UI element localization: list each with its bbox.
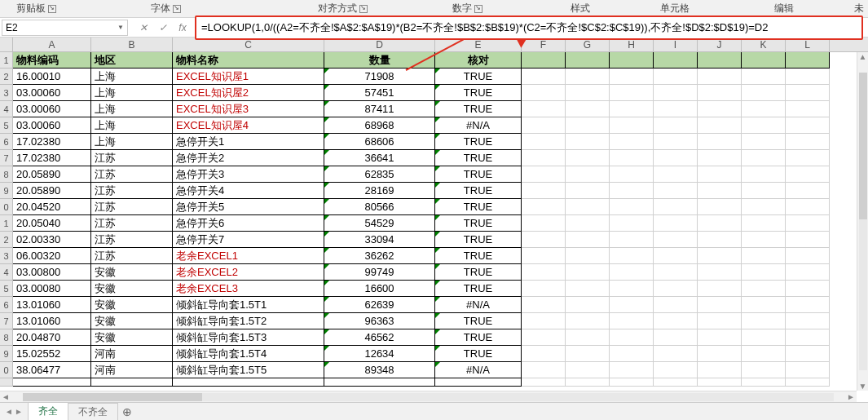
dialog-launcher-icon[interactable] — [359, 5, 368, 13]
data-cell[interactable]: 12634 — [324, 346, 435, 362]
col-header-B[interactable]: B — [91, 38, 173, 51]
data-cell[interactable]: TRUE — [435, 329, 522, 346]
empty-cell[interactable] — [566, 248, 610, 264]
empty-cell[interactable] — [566, 264, 610, 281]
data-cell[interactable]: 安徽 — [91, 313, 173, 329]
data-cell[interactable]: 上海 — [91, 69, 173, 85]
empty-cell[interactable] — [786, 101, 830, 117]
scroll-down-icon[interactable]: ▼ — [857, 382, 869, 391]
empty-cell[interactable] — [654, 362, 698, 378]
data-cell[interactable]: 36641 — [324, 150, 435, 166]
empty-cell[interactable] — [566, 183, 610, 199]
data-cell[interactable]: 33094 — [324, 232, 435, 248]
empty-cell[interactable] — [522, 313, 566, 329]
dialog-launcher-icon[interactable] — [474, 5, 482, 13]
data-cell[interactable]: EXCEL知识屋1 — [173, 69, 324, 85]
data-cell[interactable]: 安徽 — [91, 281, 173, 297]
hscroll-thumb[interactable] — [23, 393, 202, 401]
header-cell[interactable]: 核对 — [435, 52, 522, 69]
vertical-scrollbar[interactable]: ▲ ▼ — [857, 52, 868, 391]
data-cell[interactable] — [610, 378, 654, 387]
data-cell[interactable]: 上海 — [91, 101, 173, 117]
col-header-F[interactable]: F — [522, 38, 566, 51]
empty-cell[interactable] — [610, 117, 654, 134]
data-cell[interactable]: 安徽 — [91, 297, 173, 313]
data-cell[interactable]: 03.00800 — [13, 264, 91, 281]
empty-cell[interactable] — [698, 69, 742, 85]
data-cell[interactable] — [786, 378, 830, 387]
col-header-A[interactable]: A — [13, 38, 91, 51]
ribbon-group-styles[interactable]: 样式 — [571, 2, 590, 15]
cancel-formula-icon[interactable]: ✕ — [136, 22, 151, 33]
empty-cell[interactable] — [698, 166, 742, 183]
data-cell[interactable]: 16600 — [324, 281, 435, 297]
empty-cell[interactable] — [786, 199, 830, 215]
row-number[interactable]: 0 — [0, 199, 13, 215]
data-cell[interactable]: 江苏 — [91, 215, 173, 232]
data-cell[interactable]: 河南 — [91, 346, 173, 362]
empty-cell[interactable] — [610, 101, 654, 117]
col-header-C[interactable]: C — [173, 38, 324, 51]
confirm-formula-icon[interactable]: ✓ — [156, 22, 170, 33]
empty-cell[interactable] — [566, 346, 610, 362]
empty-cell[interactable] — [522, 346, 566, 362]
empty-cell[interactable] — [610, 297, 654, 313]
empty-cell[interactable] — [654, 150, 698, 166]
data-cell[interactable]: 20.05890 — [13, 166, 91, 183]
empty-cell[interactable] — [566, 329, 610, 346]
data-cell[interactable]: 57451 — [324, 85, 435, 101]
data-cell[interactable]: 13.01060 — [13, 297, 91, 313]
data-cell[interactable]: 16.00010 — [13, 69, 91, 85]
col-header-I[interactable]: I — [654, 38, 698, 51]
empty-cell[interactable] — [522, 329, 566, 346]
empty-cell[interactable] — [566, 281, 610, 297]
ribbon-group-clipboard[interactable]: 剪贴板 — [16, 2, 56, 15]
empty-cell[interactable] — [654, 281, 698, 297]
data-cell[interactable]: 上海 — [91, 85, 173, 101]
data-cell[interactable]: 倾斜缸导向套1.5T4 — [173, 346, 324, 362]
empty-cell[interactable] — [654, 85, 698, 101]
empty-cell[interactable] — [522, 85, 566, 101]
empty-cell[interactable] — [610, 85, 654, 101]
dialog-launcher-icon[interactable] — [48, 5, 56, 13]
empty-cell[interactable] — [610, 166, 654, 183]
data-cell[interactable]: 99749 — [324, 264, 435, 281]
data-cell[interactable]: 89348 — [324, 362, 435, 378]
empty-cell[interactable] — [786, 346, 830, 362]
ribbon-group-font[interactable]: 字体 — [151, 2, 181, 15]
data-cell[interactable] — [173, 378, 324, 387]
data-cell[interactable]: TRUE — [435, 346, 522, 362]
row-number[interactable]: 5 — [0, 281, 13, 297]
row-number[interactable]: 3 — [0, 248, 13, 264]
data-cell[interactable]: TRUE — [435, 134, 522, 150]
empty-cell[interactable] — [566, 101, 610, 117]
empty-cell[interactable] — [698, 264, 742, 281]
empty-cell[interactable] — [566, 232, 610, 248]
empty-cell[interactable] — [566, 134, 610, 150]
data-cell[interactable]: TRUE — [435, 69, 522, 85]
row-number[interactable]: 4 — [0, 264, 13, 281]
data-cell[interactable]: 安徽 — [91, 264, 173, 281]
empty-cell[interactable] — [522, 232, 566, 248]
empty-cell[interactable] — [566, 117, 610, 134]
sheet-tab[interactable]: 不齐全 — [68, 403, 118, 421]
data-cell[interactable]: TRUE — [435, 183, 522, 199]
ribbon-group-extra[interactable]: 未 — [854, 2, 864, 15]
empty-cell[interactable] — [742, 101, 786, 117]
data-cell[interactable]: TRUE — [435, 199, 522, 215]
data-cell[interactable]: 老余EXCEL1 — [173, 248, 324, 264]
data-cell[interactable]: 上海 — [91, 134, 173, 150]
empty-cell[interactable] — [654, 52, 698, 69]
col-header-L[interactable]: L — [786, 38, 830, 51]
data-cell[interactable]: #N/A — [435, 362, 522, 378]
empty-cell[interactable] — [742, 52, 786, 69]
add-sheet-icon[interactable]: ⊕ — [122, 405, 132, 418]
empty-cell[interactable] — [786, 183, 830, 199]
data-cell[interactable]: 江苏 — [91, 199, 173, 215]
data-cell[interactable]: EXCEL知识屋2 — [173, 85, 324, 101]
empty-cell[interactable] — [742, 199, 786, 215]
data-cell[interactable]: 46562 — [324, 329, 435, 346]
empty-cell[interactable] — [522, 134, 566, 150]
data-cell[interactable]: 54529 — [324, 215, 435, 232]
scroll-left-icon[interactable]: ◄ — [0, 392, 11, 401]
